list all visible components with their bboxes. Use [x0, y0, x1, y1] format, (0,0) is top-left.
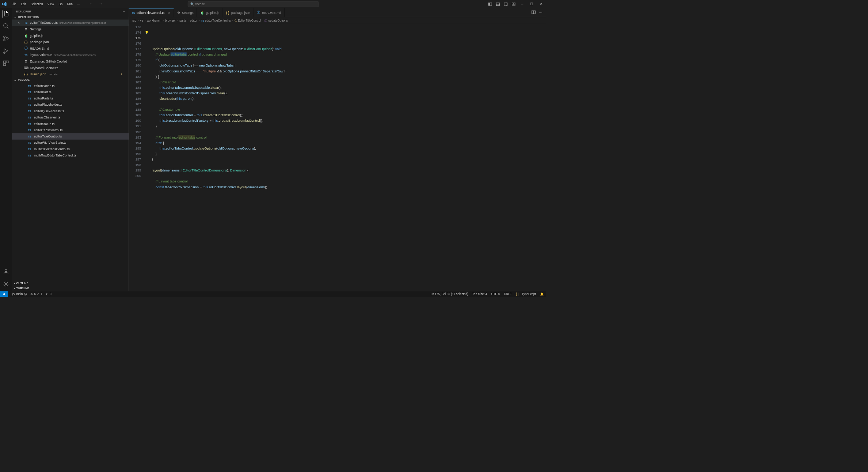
menu-more-icon[interactable]: ··· — [75, 1, 82, 7]
menu-view[interactable]: View — [45, 1, 56, 7]
code-line[interactable]: oldOptions.showTabs !== newOptions.showT… — [145, 63, 546, 68]
code-line[interactable] — [145, 162, 546, 167]
breadcrumb-item[interactable]: vs — [140, 19, 143, 22]
breadcrumb-item[interactable]: ◫updateOptions — [264, 19, 288, 22]
status-notifications-icon[interactable]: 🔔 — [540, 292, 544, 295]
menu-edit[interactable]: Edit — [19, 1, 28, 7]
section-folder[interactable]: ⌄ VSCODE — [12, 78, 129, 83]
tree-item[interactable]: TSeditorParts.ts — [12, 95, 129, 101]
lightbulb-icon[interactable]: 💡 — [145, 30, 149, 35]
code-line[interactable] — [145, 190, 546, 195]
breadcrumb-item[interactable]: browser — [165, 19, 176, 22]
tree-item[interactable]: TSeditorPlaceholder.ts — [12, 102, 129, 108]
code-line[interactable] — [145, 41, 546, 46]
window-close-icon[interactable]: ✕ — [538, 2, 544, 7]
open-editor-item[interactable]: { }package.json — [12, 39, 129, 45]
breadcrumb-item[interactable]: editor — [190, 19, 197, 22]
tree-item[interactable]: TSeditorWithViewState.ts — [12, 139, 129, 146]
activity-settings-icon[interactable] — [3, 281, 9, 288]
section-outline[interactable]: › OUTLINE — [12, 281, 129, 286]
breadcrumb-item[interactable]: src — [132, 19, 136, 22]
code-editor[interactable]: 1731741751761771781791801811821831841851… — [129, 24, 546, 291]
code-line[interactable]: clearNode(this.parent); — [145, 96, 546, 101]
code-line[interactable] — [145, 173, 546, 179]
activity-accounts-icon[interactable] — [3, 268, 9, 276]
code-line[interactable]: } — [145, 151, 546, 156]
code-line[interactable]: // Create new — [145, 107, 546, 112]
nav-forward-icon[interactable]: → — [99, 1, 103, 6]
tree-item[interactable]: TSeditorPart.ts — [12, 89, 129, 95]
tree-item[interactable]: TSeditorTitleControl.ts — [12, 133, 129, 139]
menu-selection[interactable]: Selection — [28, 1, 45, 7]
menu-file[interactable]: File — [9, 1, 19, 7]
code-line[interactable]: const tabsControlDimension = this.editor… — [145, 184, 546, 190]
open-editor-item[interactable]: { }launch.json.vscode1 — [12, 71, 129, 78]
open-editor-item[interactable]: TSlayoutActions.tssrc\vs\workbench\brows… — [12, 52, 129, 58]
code-line[interactable]: this.breadcrumbsControlFactory = this.cr… — [145, 118, 546, 124]
breadcrumbs[interactable]: src›vs›workbench›browser›parts›editor›TS… — [129, 17, 546, 24]
menu-go[interactable]: Go — [56, 1, 65, 7]
code-line[interactable]: if ( — [145, 57, 546, 63]
menu-run[interactable]: Run — [65, 1, 75, 7]
activity-source-control-icon[interactable] — [3, 35, 9, 42]
tree-item[interactable]: TSmultiEditorTabsControl.ts — [12, 146, 129, 152]
sync-icon[interactable] — [24, 292, 27, 296]
breadcrumb-item[interactable]: parts — [179, 19, 186, 22]
activity-run-debug-icon[interactable] — [3, 48, 9, 55]
code-line[interactable]: updateOptions(oldOptions: IEditorPartOpt… — [145, 46, 546, 52]
tree-item[interactable]: TSeditorTabsControl.ts — [12, 127, 129, 133]
close-icon[interactable]: ✕ — [18, 21, 20, 24]
tree-item[interactable]: TSeditorsObserver.ts — [12, 114, 129, 120]
code-line[interactable]: // Update editor·tabs control if options… — [145, 52, 546, 57]
status-eol[interactable]: CRLF — [504, 292, 511, 295]
activity-extensions-icon[interactable] — [3, 60, 9, 67]
sidebar-more-icon[interactable]: ··· — [123, 10, 125, 13]
breadcrumb-item[interactable]: workbench — [147, 19, 161, 22]
code-line[interactable]: else { — [145, 140, 546, 146]
status-ports[interactable]: ᯤ0 — [46, 292, 52, 295]
breadcrumb-item[interactable]: ⬡EditorTitleControl — [235, 19, 261, 22]
window-minimize-icon[interactable]: ─ — [519, 2, 525, 7]
code-line[interactable]: // Layout tabs control — [145, 179, 546, 184]
open-editor-item[interactable]: ⚙Extension: GitHub Copilot — [12, 58, 129, 65]
nav-back-icon[interactable]: ← — [89, 1, 93, 6]
status-encoding[interactable]: UTF-8 — [491, 292, 500, 295]
tree-item[interactable]: TSeditorPanes.ts — [12, 83, 129, 89]
editor-tab[interactable]: { }package.json — [223, 8, 254, 17]
open-editor-item[interactable]: 🧃gulpfile.js — [12, 33, 129, 39]
code-line[interactable]: ) { — [145, 74, 546, 79]
section-open-editors[interactable]: ⌄ OPEN EDITORS — [12, 15, 129, 20]
status-language[interactable]: { } TypeScript — [516, 292, 536, 295]
code-line[interactable] — [145, 101, 546, 107]
open-editor-item[interactable]: ⓘREADME.md — [12, 45, 129, 52]
open-editor-item[interactable]: ⌨Keyboard Shortcuts — [12, 65, 129, 71]
activity-search-icon[interactable] — [3, 23, 9, 30]
editor-tab[interactable]: TSeditorTitleControl.ts✕ — [129, 8, 174, 17]
breadcrumb-item[interactable]: TSeditorTitleControl.ts — [201, 19, 231, 22]
command-center-search[interactable]: 🔍 vscode — [188, 1, 319, 7]
code-line[interactable]: this.breadcrumbsControlDisposables.clear… — [145, 90, 546, 96]
code-line[interactable]: layout(dimensions: IEditorTitleControlDi… — [145, 168, 546, 173]
tree-item[interactable]: TSmultiRowEditorTabsControl.ts — [12, 152, 129, 158]
remote-indicator-icon[interactable] — [0, 291, 8, 297]
status-branch[interactable]: main — [12, 292, 27, 295]
status-cursor-position[interactable]: Ln 175, Col 30 (11 selected) — [431, 292, 468, 295]
toggle-primary-sidebar-icon[interactable] — [488, 2, 492, 6]
code-line[interactable]: } — [145, 124, 546, 129]
activity-explorer-icon[interactable] — [3, 10, 9, 18]
code-line[interactable]: this.editorTabsControl = this.createEdit… — [145, 113, 546, 118]
code-line[interactable]: } — [145, 156, 546, 162]
editor-tab[interactable]: ⚙Settings — [174, 8, 197, 17]
code-line[interactable]: this.editorTabsControl.updateOptions(old… — [145, 146, 546, 151]
open-editor-item[interactable]: ⚙Settings — [12, 26, 129, 33]
code-line[interactable]: // Clear old — [145, 79, 546, 85]
window-maximize-icon[interactable]: ☐ — [529, 2, 534, 7]
toggle-panel-icon[interactable] — [496, 2, 500, 6]
code-line[interactable] — [145, 129, 546, 135]
tree-item[interactable]: TSeditorStatus.ts — [12, 121, 129, 127]
editor-tab[interactable]: ⓘREADME.md — [254, 8, 284, 17]
section-timeline[interactable]: › TIMELINE — [12, 286, 129, 291]
more-actions-icon[interactable]: ··· — [539, 11, 542, 15]
split-editor-icon[interactable] — [532, 10, 536, 15]
status-problems[interactable]: ⊗6 ⚠1 — [30, 292, 42, 295]
